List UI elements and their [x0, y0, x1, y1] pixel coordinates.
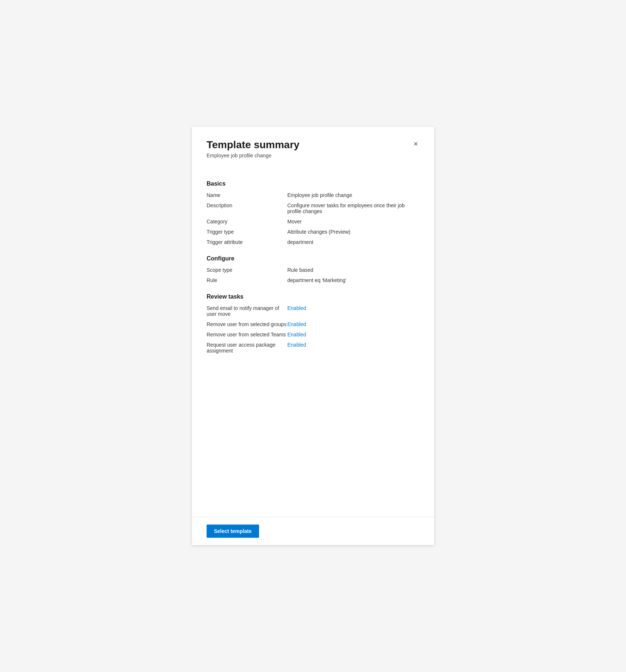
field-scope-type: Scope type Rule based	[207, 267, 419, 273]
close-icon: ×	[414, 140, 418, 148]
basics-section-heading: Basics	[207, 180, 419, 187]
field-trigger-attribute-value: department	[287, 239, 419, 245]
field-send-email: Send email to notify manager of user mov…	[207, 305, 419, 317]
field-access-package: Request user access package assignment E…	[207, 342, 419, 354]
field-description-label: Description	[207, 202, 287, 208]
panel-content: Basics Name Employee job profile change …	[207, 170, 419, 508]
field-rule-value: department eq 'Marketing'	[287, 277, 419, 283]
header-text: Template summary Employee job profile ch…	[207, 139, 299, 158]
field-rule: Rule department eq 'Marketing'	[207, 277, 419, 283]
template-summary-panel: Template summary Employee job profile ch…	[192, 127, 434, 545]
field-description: Description Configure mover tasks for em…	[207, 202, 419, 214]
panel-subtitle: Employee job profile change	[207, 153, 299, 158]
close-button[interactable]: ×	[412, 139, 419, 149]
review-tasks-section-heading: Review tasks	[207, 293, 419, 300]
field-remove-teams-label: Remove user from selected Teams	[207, 332, 287, 337]
field-name: Name Employee job profile change	[207, 192, 419, 198]
field-send-email-value: Enabled	[287, 305, 419, 311]
select-template-button[interactable]: Select template	[207, 525, 259, 538]
field-category-label: Category	[207, 219, 287, 224]
field-trigger-type-value: Attribute changes (Preview)	[287, 229, 419, 235]
field-remove-teams-value: Enabled	[287, 332, 419, 337]
field-name-label: Name	[207, 192, 287, 198]
field-trigger-type-label: Trigger type	[207, 229, 287, 235]
field-access-package-label: Request user access package assignment	[207, 342, 287, 354]
field-access-package-value: Enabled	[287, 342, 419, 348]
field-scope-type-label: Scope type	[207, 267, 287, 273]
field-scope-type-value: Rule based	[287, 267, 419, 273]
panel-header: Template summary Employee job profile ch…	[207, 139, 419, 158]
panel-footer: Select template	[192, 517, 434, 545]
field-remove-groups: Remove user from selected groups Enabled	[207, 321, 419, 327]
field-description-value: Configure mover tasks for employees once…	[287, 202, 419, 214]
panel-title: Template summary	[207, 139, 299, 151]
field-remove-groups-value: Enabled	[287, 321, 419, 327]
field-remove-groups-label: Remove user from selected groups	[207, 321, 287, 327]
field-trigger-attribute: Trigger attribute department	[207, 239, 419, 245]
field-name-value: Employee job profile change	[287, 192, 419, 198]
field-category: Category Mover	[207, 219, 419, 224]
field-send-email-label: Send email to notify manager of user mov…	[207, 305, 287, 317]
configure-section-heading: Configure	[207, 255, 419, 262]
field-trigger-type: Trigger type Attribute changes (Preview)	[207, 229, 419, 235]
field-category-value: Mover	[287, 219, 419, 224]
field-remove-teams: Remove user from selected Teams Enabled	[207, 332, 419, 337]
field-rule-label: Rule	[207, 277, 287, 283]
field-trigger-attribute-label: Trigger attribute	[207, 239, 287, 245]
